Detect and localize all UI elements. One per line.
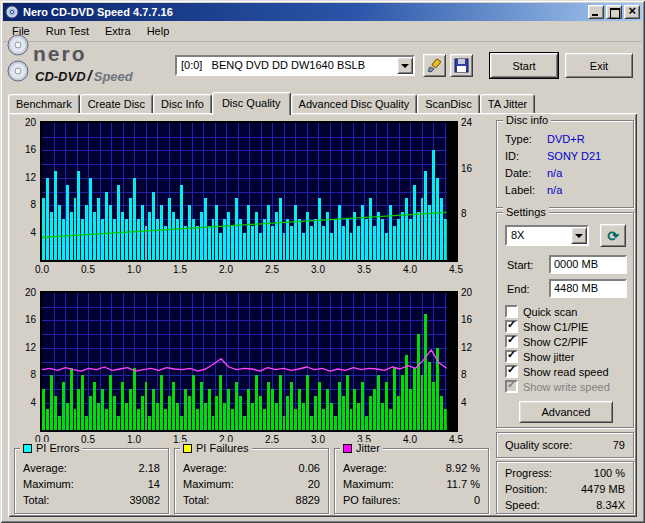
menu-extra[interactable]: Extra: [97, 21, 139, 41]
scan-speed-select[interactable]: 8X: [505, 225, 589, 246]
pi-failures-title: PI Failures: [196, 442, 249, 454]
show-read-speed-label: Show read speed: [523, 366, 609, 378]
stat-value: 8829: [296, 494, 320, 506]
axis-label: 20: [14, 287, 36, 298]
tab-ta-jitter[interactable]: TA Jitter: [480, 94, 536, 113]
settings-group: Settings 8X ⟳ Start: 0000 MB End: 4480 M…: [496, 212, 634, 428]
end-position-value: 4480 MB: [554, 282, 598, 294]
show-read-speed-checkbox[interactable]: [505, 365, 518, 378]
axis-label: 16: [461, 163, 472, 174]
tab-create-disc[interactable]: Create Disc: [80, 94, 153, 113]
drive-select-arrow[interactable]: [397, 57, 413, 74]
axis-label: 12: [14, 342, 36, 353]
show-jitter-checkbox[interactable]: [505, 350, 518, 363]
stat-value: 0: [474, 494, 480, 506]
stat-label: Maximum:: [23, 478, 74, 490]
erase-disc-button[interactable]: [423, 54, 446, 77]
disc-id-label: ID:: [505, 150, 519, 162]
product-logo-left: CD-DVD: [35, 69, 86, 84]
close-button[interactable]: [624, 5, 640, 19]
axis-label: 0.0: [35, 264, 49, 275]
menu-help[interactable]: Help: [139, 21, 178, 41]
stat-value: 14: [148, 478, 160, 490]
stat-panel-pi-errors: PI Errors Average:2.18 Maximum:14 Total:…: [14, 448, 169, 514]
tab-advanced-disc-quality[interactable]: Advanced Disc Quality: [291, 94, 418, 113]
axis-label: 3.0: [311, 434, 325, 445]
show-c1-pie-checkbox[interactable]: [505, 320, 518, 333]
jitter-title: Jitter: [356, 442, 380, 454]
position-label: Position:: [505, 483, 547, 495]
axis-label: 4: [461, 397, 467, 408]
pi-errors-chart: 20161284241680.00.51.01.52.02.53.03.54.0…: [14, 121, 484, 278]
pif-jitter-plot: [40, 291, 458, 432]
speed-label: Speed:: [505, 499, 540, 511]
disc-date-label: Date:: [505, 167, 531, 179]
quality-score-label: Quality score:: [505, 439, 572, 451]
checkbox-show-c2-pif[interactable]: Show C2/PIF: [505, 335, 629, 348]
progress-box: Progress: 100 % Position: 4479 MB Speed:…: [496, 461, 634, 514]
checkbox-show-read-speed[interactable]: Show read speed: [505, 365, 629, 378]
save-button[interactable]: [450, 54, 473, 77]
checkbox-show-c1-pie[interactable]: Show C1/PIE: [505, 320, 629, 333]
disc-type-label: Type:: [505, 133, 532, 145]
speed-value: 8.34X: [596, 499, 625, 511]
tab-disc-quality[interactable]: Disc Quality: [212, 92, 291, 115]
axis-label: 1.5: [173, 264, 187, 275]
minimize-button[interactable]: [588, 5, 604, 19]
start-position-field[interactable]: 0000 MB: [549, 255, 627, 274]
disc-label-label: Label:: [505, 184, 535, 196]
pif-jitter-chart: 20161284201612840.00.51.01.52.02.53.03.5…: [14, 291, 484, 448]
logo-slash-icon: [86, 69, 94, 84]
axis-label: 3.5: [357, 264, 371, 275]
checkbox-quick-scan[interactable]: Quick scan: [505, 305, 629, 318]
stat-label: Average:: [183, 462, 227, 474]
stat-label: Maximum:: [343, 478, 394, 490]
axis-label: 20: [14, 117, 36, 128]
axis-label: 2.5: [265, 434, 279, 445]
toolbar: nero CD-DVDSpeed [0:0] BENQ DVD DD DW164…: [3, 42, 642, 92]
axis-label: 2.5: [265, 264, 279, 275]
stat-value: 0.06: [299, 462, 320, 474]
titlebar[interactable]: Nero CD-DVD Speed 4.7.7.16: [3, 3, 642, 21]
axis-label: 4.5: [449, 434, 463, 445]
stat-value: 2.18: [139, 462, 160, 474]
disc-label-value: n/a: [547, 184, 562, 196]
advanced-button[interactable]: Advanced: [519, 401, 613, 423]
progress-label: Progress:: [505, 467, 552, 479]
end-position-label: End:: [507, 283, 530, 295]
end-position-field[interactable]: 4480 MB: [549, 279, 627, 298]
disc-id-value: SONY D21: [547, 150, 601, 162]
refresh-speeds-button[interactable]: ⟳: [600, 224, 626, 247]
start-button[interactable]: Start: [490, 53, 558, 78]
cd-icon: [7, 60, 29, 82]
stat-value: 11.7 %: [447, 478, 480, 490]
stat-label: Total:: [23, 494, 49, 506]
stat-label: PO failures:: [343, 494, 400, 506]
tab-benchmark[interactable]: Benchmark: [8, 94, 80, 113]
exit-button[interactable]: Exit: [565, 53, 633, 78]
show-jitter-label: Show jitter: [523, 351, 574, 363]
tab-scandisc[interactable]: ScanDisc: [417, 94, 479, 113]
stat-label: Maximum:: [183, 478, 234, 490]
show-write-speed-label: Show write speed: [523, 381, 610, 393]
axis-label: 4.0: [403, 264, 417, 275]
drive-select-value: [0:0] BENQ DVD DD DW1640 BSLB: [181, 59, 395, 71]
axis-label: 16: [14, 314, 36, 325]
scan-speed-arrow[interactable]: [571, 227, 587, 244]
axis-label: 20: [461, 287, 472, 298]
stat-label: Total:: [183, 494, 209, 506]
maximize-button[interactable]: [606, 5, 622, 19]
position-value: 4479 MB: [581, 483, 625, 495]
quick-scan-checkbox[interactable]: [505, 305, 518, 318]
axis-label: 8: [14, 199, 36, 210]
drive-select[interactable]: [0:0] BENQ DVD DD DW1640 BSLB: [175, 55, 415, 76]
checkbox-show-jitter[interactable]: Show jitter: [505, 350, 629, 363]
tab-disc-info[interactable]: Disc Info: [153, 94, 212, 113]
show-c2-pif-checkbox[interactable]: [505, 335, 518, 348]
stat-value: 8.92 %: [446, 462, 480, 474]
menu-run-test[interactable]: Run Test: [38, 21, 97, 41]
window-title: Nero CD-DVD Speed 4.7.7.16: [23, 6, 586, 18]
nero-logo: nero: [33, 42, 87, 66]
axis-label: 16: [461, 314, 472, 325]
show-write-speed-checkbox: [505, 380, 518, 393]
